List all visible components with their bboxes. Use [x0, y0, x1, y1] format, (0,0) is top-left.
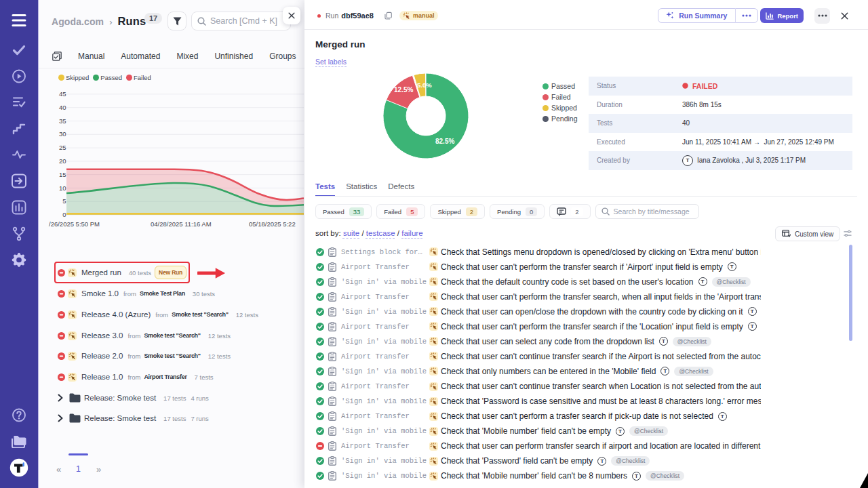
svg-text:/26/2025 5:50 PM: /26/2025 5:50 PM: [49, 220, 100, 228]
svg-text:82.5%: 82.5%: [435, 138, 454, 145]
svg-text:20: 20: [59, 157, 66, 165]
svg-text:40: 40: [59, 104, 66, 111]
svg-text:25: 25: [59, 144, 66, 151]
svg-text:10: 10: [59, 184, 66, 192]
svg-text:5.0%: 5.0%: [417, 81, 432, 89]
svg-text:35: 35: [59, 117, 66, 125]
svg-text:04/28/2025 11:16 AM: 04/28/2025 11:16 AM: [151, 220, 212, 228]
svg-text:30: 30: [59, 130, 66, 138]
svg-text:15: 15: [59, 171, 66, 178]
svg-text:12.5%: 12.5%: [394, 86, 413, 94]
svg-text:45: 45: [59, 90, 66, 98]
svg-text:0: 0: [62, 211, 66, 218]
svg-text:5: 5: [62, 197, 66, 205]
svg-text:05/18/2025 5:22: 05/18/2025 5:22: [249, 220, 296, 228]
